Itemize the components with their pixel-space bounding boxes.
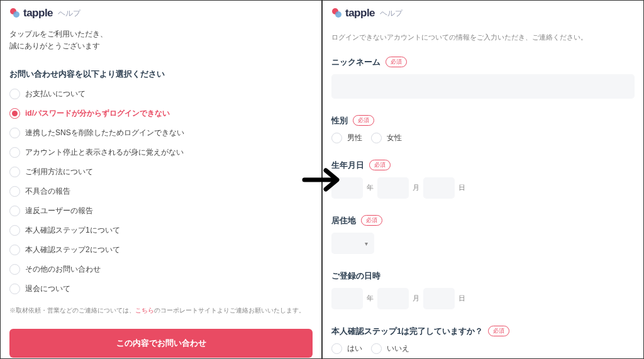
month-unit: 月 bbox=[413, 183, 419, 192]
inquiry-option[interactable]: 不具合の報告 bbox=[9, 186, 313, 197]
radio-label: はい bbox=[347, 343, 362, 354]
radio-icon bbox=[9, 186, 20, 197]
radio-label: いいえ bbox=[387, 343, 409, 354]
residence-label: 居住地 bbox=[331, 215, 356, 226]
reg-date-field: ご登録の日時 年 月 日 bbox=[331, 270, 635, 309]
radio-icon bbox=[9, 167, 20, 177]
inquiry-option[interactable]: id/パスワードが分からずログインできない bbox=[9, 108, 313, 119]
nickname-label: ニックネーム bbox=[331, 57, 380, 68]
logo[interactable]: tapple ヘルプ bbox=[331, 7, 402, 19]
radio-label: 本人確認ステップ2について bbox=[25, 245, 120, 255]
logo-text: tapple bbox=[23, 7, 53, 19]
footnote: ※取材依頼・営業などのご連絡については、こちらのコーポレートサイトよりご連絡お願… bbox=[9, 306, 313, 315]
submit-button[interactable]: この内容でお問い合わせ bbox=[9, 329, 313, 358]
birth-month-input[interactable] bbox=[377, 177, 409, 199]
logo[interactable]: tapple ヘルプ bbox=[9, 7, 80, 19]
inquiry-option[interactable]: その他のお問い合わせ bbox=[9, 264, 313, 275]
required-badge: 必須 bbox=[369, 160, 391, 170]
logo-icon bbox=[331, 8, 343, 19]
birth-label: 生年月日 bbox=[331, 160, 364, 171]
logo-text: tapple bbox=[345, 7, 375, 19]
svg-point-1 bbox=[13, 11, 19, 18]
radio-label: 男性 bbox=[347, 133, 362, 143]
required-badge: 必須 bbox=[353, 115, 374, 126]
radio-label: その他のお問い合わせ bbox=[25, 264, 101, 275]
radio-icon bbox=[331, 343, 342, 354]
birth-day-input[interactable] bbox=[423, 177, 455, 199]
logo-section: ヘルプ bbox=[58, 8, 80, 19]
header: tapple ヘルプ bbox=[323, 1, 643, 26]
identity-option-no[interactable]: いいえ bbox=[371, 343, 409, 354]
reg-month-input[interactable] bbox=[377, 288, 409, 309]
radio-icon bbox=[331, 133, 342, 143]
nickname-field: ニックネーム 必須 bbox=[331, 57, 635, 99]
inquiry-option[interactable]: 違反ユーザーの報告 bbox=[9, 206, 313, 216]
radio-icon bbox=[371, 343, 382, 354]
radio-label: ご利用方法について bbox=[25, 167, 93, 177]
birth-field: 生年月日 必須 年 月 日 bbox=[331, 160, 635, 199]
required-badge: 必須 bbox=[361, 215, 382, 226]
left-panel: tapple ヘルプ タップルをご利用いただき、 誠にありがとうございます お問… bbox=[0, 0, 322, 359]
gender-label: 性別 bbox=[331, 115, 348, 126]
reg-year-input[interactable] bbox=[331, 288, 363, 309]
footnote-link[interactable]: こちら bbox=[135, 307, 154, 314]
radio-icon bbox=[9, 225, 20, 236]
day-unit: 日 bbox=[458, 183, 465, 192]
identity-option-yes[interactable]: はい bbox=[331, 343, 362, 354]
required-badge: 必須 bbox=[488, 326, 509, 336]
month-unit: 月 bbox=[413, 294, 419, 303]
inquiry-option[interactable]: 連携したSNSを削除したためログインできない bbox=[9, 128, 313, 138]
radio-icon bbox=[9, 245, 20, 255]
radio-icon bbox=[9, 108, 20, 119]
required-badge: 必須 bbox=[386, 57, 407, 67]
identity-field: 本人確認ステップ1は完了していますか？ 必須 はい いいえ bbox=[331, 326, 635, 354]
radio-label: 違反ユーザーの報告 bbox=[25, 206, 93, 216]
radio-label: アカウント停止と表示されるが身に覚えがない bbox=[25, 147, 184, 158]
radio-label: 退会について bbox=[25, 284, 70, 294]
header: tapple ヘルプ bbox=[1, 1, 321, 26]
right-panel: tapple ヘルプ ログインできないアカウントについての情報をご入力いただき、… bbox=[322, 0, 644, 359]
inquiry-option[interactable]: アカウント停止と表示されるが身に覚えがない bbox=[9, 147, 313, 158]
radio-label: 不具合の報告 bbox=[25, 186, 70, 197]
radio-icon bbox=[9, 206, 20, 216]
inquiry-option[interactable]: お支払いについて bbox=[9, 89, 313, 99]
intro-text: ログインできないアカウントについての情報をご入力いただき、ご連絡ください。 bbox=[331, 32, 635, 43]
reg-day-input[interactable] bbox=[423, 288, 455, 309]
inquiry-option[interactable]: 本人確認ステップ2について bbox=[9, 245, 313, 255]
nickname-input[interactable] bbox=[331, 74, 635, 99]
radio-icon bbox=[371, 133, 382, 143]
residence-select[interactable] bbox=[331, 233, 374, 254]
logo-section: ヘルプ bbox=[380, 8, 402, 19]
inquiry-option[interactable]: 本人確認ステップ1について bbox=[9, 225, 313, 236]
radio-icon bbox=[9, 264, 20, 275]
residence-field: 居住地 必須 bbox=[331, 215, 635, 254]
radio-label: 本人確認ステップ1について bbox=[25, 225, 120, 236]
radio-label: お支払いについて bbox=[25, 89, 86, 99]
radio-icon bbox=[9, 89, 20, 99]
gender-option-male[interactable]: 男性 bbox=[331, 133, 362, 143]
radio-icon bbox=[9, 147, 20, 158]
logo-icon bbox=[9, 8, 21, 19]
day-unit: 日 bbox=[458, 294, 465, 303]
radio-icon bbox=[9, 284, 20, 294]
gender-field: 性別 必須 男性 女性 bbox=[331, 115, 635, 143]
year-unit: 年 bbox=[367, 183, 374, 192]
radio-label: id/パスワードが分からずログインできない bbox=[25, 108, 170, 119]
birth-year-input[interactable] bbox=[331, 177, 363, 199]
svg-point-3 bbox=[335, 11, 341, 18]
inquiry-option[interactable]: 退会について bbox=[9, 284, 313, 294]
radio-label: 女性 bbox=[387, 133, 402, 143]
radio-label: 連携したSNSを削除したためログインできない bbox=[25, 128, 184, 138]
inquiry-options: お支払いについてid/パスワードが分からずログインできない連携したSNSを削除し… bbox=[9, 89, 313, 294]
year-unit: 年 bbox=[367, 294, 374, 303]
identity-label: 本人確認ステップ1は完了していますか？ bbox=[331, 326, 483, 337]
gender-option-female[interactable]: 女性 bbox=[371, 133, 402, 143]
greeting: タップルをご利用いただき、 誠にありがとうございます bbox=[9, 28, 313, 52]
reg-date-label: ご登録の日時 bbox=[331, 270, 380, 282]
inquiry-option[interactable]: ご利用方法について bbox=[9, 167, 313, 177]
inquiry-prompt: お問い合わせ内容を以下より選択ください bbox=[9, 69, 313, 80]
radio-icon bbox=[9, 128, 20, 138]
